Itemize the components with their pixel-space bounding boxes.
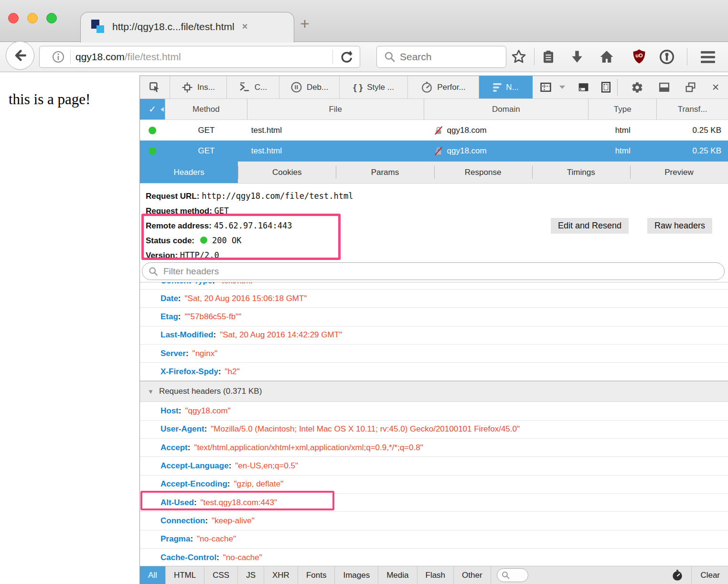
reload-button[interactable] [340,50,354,64]
tab-response[interactable]: Response [434,162,532,183]
column-transferred[interactable]: Transf... [657,99,728,119]
header-row[interactable]: Accept-Encoding"gzip, deflate" [140,476,728,494]
tab-debugger-label: Deb... [307,83,328,92]
tab-style-editor[interactable]: { } Style ... [340,76,407,98]
tab-cookies[interactable]: Cookies [238,162,336,183]
search-bar[interactable] [376,46,506,68]
header-name: Content-Type [161,282,215,285]
tab-console[interactable]: C... [227,76,279,98]
downloads-button[interactable] [566,45,589,68]
back-button[interactable] [6,41,34,70]
table-row[interactable]: GET test.html qgy18.com html 0.25 KB [140,120,728,141]
tab-close-icon[interactable]: × [242,21,248,32]
header-row-alt-used[interactable]: Alt-Used"test.qgy18.com:443" [140,494,728,512]
split-console-button[interactable] [572,76,594,98]
filter-html-button[interactable]: HTML [166,566,204,584]
password-manager-button[interactable] [655,45,678,68]
filter-headers-field[interactable] [142,262,725,280]
dock-to-bottom-button[interactable] [651,76,678,98]
reading-list-button[interactable] [537,45,560,68]
request-headers-section-toggle[interactable]: ▼ Request headers (0.371 KB) [140,381,728,402]
browser-tab[interactable]: http://qgy18.c...file/test.html × [80,12,294,43]
clear-button[interactable]: Clear [691,566,728,584]
column-file[interactable]: File [247,99,424,119]
tab-preview[interactable]: Preview [630,162,728,183]
table-row-selected[interactable]: GET test.html qgy18.com html 0.25 KB [140,141,728,162]
column-method[interactable]: Method [165,99,247,119]
tab-inspector[interactable]: Ins... [170,76,227,98]
search-input[interactable] [400,51,486,63]
ublock-button[interactable]: uO [628,45,651,68]
header-row[interactable]: Cache-Control"no-cache" [140,549,728,567]
stopwatch-icon [671,569,684,582]
filter-css-button[interactable]: CSS [204,566,238,584]
menu-button[interactable] [696,45,719,68]
filter-all-button[interactable]: All [140,566,166,584]
url-bar[interactable]: qgy18.com/file/test.html [39,46,360,68]
tab-params[interactable]: Params [336,162,434,183]
filter-fonts-button[interactable]: Fonts [298,566,335,584]
tab-performance[interactable]: Perfor... [408,76,479,98]
devtools-toolbar: Ins... C... Deb... { } Style ... [140,76,728,99]
url-text: qgy18.com/file/test.html [75,51,181,63]
traffic-light-close-button[interactable] [8,13,19,23]
tab-network-label: N... [506,83,518,92]
close-devtools-button[interactable]: × [703,76,728,98]
separate-window-button[interactable] [677,76,703,98]
header-row[interactable]: Pragma"no-cache" [140,530,728,549]
filter-xhr-button[interactable]: XHR [264,566,298,584]
filter-js-button[interactable]: JS [238,566,264,584]
column-domain[interactable]: Domain [424,99,589,119]
raw-headers-button[interactable]: Raw headers [647,218,712,234]
header-row[interactable]: Server"nginx" [140,345,728,363]
header-value: "qgy18.com" [185,406,230,416]
request-domain: qgy18.com [447,146,487,156]
iframe-icon [540,81,552,93]
filter-other-button[interactable]: Other [454,566,491,584]
filter-headers-input[interactable] [163,266,689,277]
new-tab-button[interactable]: + [300,14,310,33]
header-row[interactable]: Host"qgy18.com" [140,402,728,420]
chevron-down-icon [559,86,565,89]
header-row-partial[interactable]: Content-Type"text/html" [140,282,728,290]
header-row[interactable]: Accept-Language"en-US,en;q=0.5" [140,457,728,475]
traffic-light-zoom-button[interactable] [46,13,57,23]
select-iframe-button[interactable] [533,76,573,98]
header-row[interactable]: X-Firefox-Spdy"h2" [140,363,728,381]
filter-headers-bar [140,261,728,282]
insecure-lock-icon [434,126,443,135]
request-method: GET [165,146,247,156]
download-arrow-icon [570,49,584,65]
traffic-light-minimize-button[interactable] [27,13,38,23]
settings-button[interactable] [623,76,651,98]
performance-gauge-icon [421,81,433,93]
header-row[interactable]: Accept"text/html,application/xhtml+xml,a… [140,439,728,457]
version-value: HTTP/2.0 [180,250,219,260]
tab-network[interactable]: N... [479,76,533,98]
tab-timings[interactable]: Timings [532,162,630,183]
header-value: "no-cache" [223,553,262,562]
column-type[interactable]: Type [589,99,657,119]
pick-element-button[interactable] [140,76,170,98]
url-host: qgy18.com [75,51,125,62]
request-method-value: GET [214,206,229,216]
info-icon[interactable] [52,51,64,63]
tab-headers[interactable]: Headers [140,162,238,183]
header-row[interactable]: Last-Modified"Sat, 20 Aug 2016 14:42:29 … [140,326,728,345]
responsive-mode-button[interactable] [594,76,617,98]
filter-search-button[interactable] [497,568,528,582]
header-row[interactable]: Etag""57b86c55-fb"" [140,308,728,326]
bookmark-star-button[interactable] [507,45,530,68]
performance-analysis-button[interactable] [671,566,691,584]
header-row[interactable]: Date"Sat, 20 Aug 2016 15:06:18 GMT" [140,290,728,308]
filter-flash-button[interactable]: Flash [418,566,454,584]
filter-media-button[interactable]: Media [378,566,417,584]
edit-and-resend-button[interactable]: Edit and Resend [551,218,629,234]
filter-images-button[interactable]: Images [335,566,378,584]
home-button[interactable] [595,45,618,68]
tab-debugger[interactable]: Deb... [279,76,340,98]
header-row[interactable]: User-Agent"Mozilla/5.0 (Macintosh; Intel… [140,421,728,439]
column-status[interactable]: ✓ [140,99,165,119]
header-row[interactable]: Connection"keep-alive" [140,512,728,530]
request-file: test.html [247,126,424,135]
